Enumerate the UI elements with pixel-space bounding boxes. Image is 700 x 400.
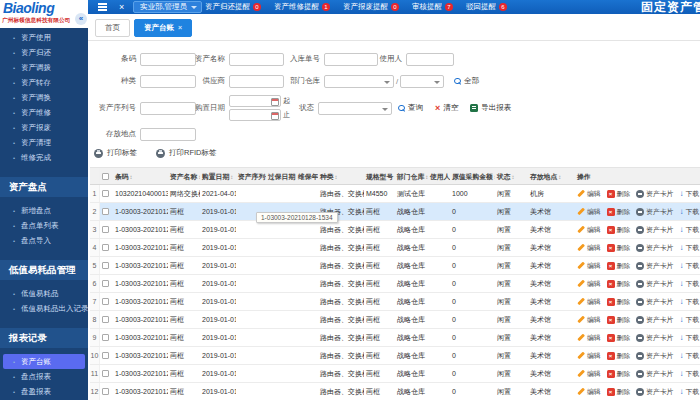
purchase-date-end-input[interactable] xyxy=(229,109,281,121)
action-下载[interactable]: ↓下载 xyxy=(679,185,699,202)
sidebar-item-资产报废[interactable]: •资产报废 xyxy=(0,120,88,135)
column-header-规格型号[interactable]: 规格型号↕ xyxy=(364,168,395,184)
query-button[interactable]: 查询 xyxy=(398,103,423,113)
sidebar-item-维修完成[interactable]: •维修完成 xyxy=(0,150,88,165)
column-header-使用人[interactable]: 使用人↕ xyxy=(428,168,450,184)
clear-button[interactable]: × 清空 xyxy=(435,103,458,113)
row-checkbox[interactable] xyxy=(102,226,109,233)
notification-item[interactable]: 驳回提醒6 xyxy=(466,2,507,12)
table-row[interactable]: 71-03003-20210128-15画框2019-01-01路由器、交换机画… xyxy=(90,293,700,311)
action-删除[interactable]: ×删除 xyxy=(607,221,631,238)
action-下载[interactable]: ↓下载 xyxy=(679,383,699,400)
column-header-操作[interactable]: 操作 xyxy=(575,168,700,184)
table-row[interactable]: 31-03003-20210128-15画框2019-01-01路由器、交换机画… xyxy=(90,221,700,239)
sidebar-item-资产台账[interactable]: •资产台账 xyxy=(3,354,85,369)
table-row[interactable]: 101-03003-20210128-15画框2019-01-01路由器、交换机… xyxy=(90,347,700,365)
sidebar-item-盘点单列表[interactable]: •盘点单列表 xyxy=(0,218,88,233)
action-删除[interactable]: ×删除 xyxy=(607,311,631,328)
sidebar-item-资产调拨[interactable]: •资产调拨 xyxy=(0,60,88,75)
sidebar-item-盘盈报表[interactable]: •盘盈报表 xyxy=(0,384,88,399)
sidebar-item-新增盘点[interactable]: •新增盘点 xyxy=(0,203,88,218)
action-资产卡片[interactable]: 资产卡片 xyxy=(636,383,673,400)
table-row[interactable]: 51-03003-20210128-15画框2019-01-01路由器、交换机画… xyxy=(90,257,700,275)
table-row[interactable]: 61-03003-20210128-15画框2019-01-01路由器、交换机画… xyxy=(90,275,700,293)
action-资产卡片[interactable]: 资产卡片 xyxy=(636,257,673,274)
column-header-原值采购金额[interactable]: 原值采购金额↕ xyxy=(450,168,495,184)
hamburger-menu-icon[interactable] xyxy=(98,3,107,11)
sidebar-item-低值易耗品出入记录[interactable]: •低值易耗品出入记录 xyxy=(0,301,88,316)
table-row[interactable]: 110320210400013网络交换机2021-04-01路由器、交换机M45… xyxy=(90,185,700,203)
row-checkbox[interactable] xyxy=(102,370,109,377)
action-下载[interactable]: ↓下载 xyxy=(679,293,699,310)
column-header-资产名称[interactable]: 资产名称↕ xyxy=(168,168,200,184)
sidebar-item-资产转存[interactable]: •资产转存 xyxy=(0,75,88,90)
inbound-no-input[interactable] xyxy=(324,53,378,66)
sidebar-item-盘点报表[interactable]: •盘点报表 xyxy=(0,369,88,384)
column-header-资产序列号[interactable]: 资产序列号↕ xyxy=(236,168,266,184)
department-select[interactable] xyxy=(324,75,394,88)
sidebar-item-资产使用[interactable]: •资产使用 xyxy=(0,30,88,45)
action-删除[interactable]: ×删除 xyxy=(607,185,631,202)
action-资产卡片[interactable]: 资产卡片 xyxy=(636,293,673,310)
sidebar-item-资产调换[interactable]: •资产调换 xyxy=(0,90,88,105)
action-编辑[interactable]: 编辑 xyxy=(577,275,601,292)
action-资产卡片[interactable]: 资产卡片 xyxy=(636,275,673,292)
print-label-button[interactable]: 打印标签 xyxy=(94,148,137,158)
row-checkbox[interactable] xyxy=(102,298,109,305)
action-资产卡片[interactable]: 资产卡片 xyxy=(636,203,673,220)
action-删除[interactable]: ×删除 xyxy=(607,383,631,400)
tab-首页[interactable]: 首页 xyxy=(95,19,130,37)
action-删除[interactable]: ×删除 xyxy=(607,275,631,292)
sidebar-item-资产清理[interactable]: •资产清理 xyxy=(0,135,88,150)
close-icon[interactable]: × xyxy=(119,0,124,14)
table-row[interactable]: 21-03003-20210128-15画框2019-01-01路由器、交换机画… xyxy=(90,203,700,221)
table-row[interactable]: 111-03003-20210128-15画框2019-01-01路由器、交换机… xyxy=(90,365,700,383)
purchase-date-start-input[interactable] xyxy=(229,95,281,107)
warehouse-select[interactable] xyxy=(400,75,444,88)
column-header-存放地点[interactable]: 存放地点↕ xyxy=(528,168,575,184)
sidebar-item-盘点导入[interactable]: •盘点导入 xyxy=(0,233,88,248)
calendar-icon[interactable] xyxy=(271,112,279,120)
table-row[interactable]: 41-03003-20210128-15画框2019-01-01路由器、交换机画… xyxy=(90,239,700,257)
action-编辑[interactable]: 编辑 xyxy=(577,347,601,364)
row-checkbox[interactable] xyxy=(102,262,109,269)
action-下载[interactable]: ↓下载 xyxy=(679,221,699,238)
action-删除[interactable]: ×删除 xyxy=(607,365,631,382)
sidebar-item-资产归还[interactable]: •资产归还 xyxy=(0,45,88,60)
column-header-过保日期[interactable]: 过保日期↕ xyxy=(266,168,296,184)
action-资产卡片[interactable]: 资产卡片 xyxy=(636,221,673,238)
table-row[interactable]: 91-03003-20210128-15画框2019-01-01路由器、交换机画… xyxy=(90,329,700,347)
action-下载[interactable]: ↓下载 xyxy=(679,239,699,256)
row-checkbox[interactable] xyxy=(102,244,109,251)
action-资产卡片[interactable]: 资产卡片 xyxy=(636,365,673,382)
column-header-维保年份[interactable]: 维保年份↕ xyxy=(296,168,318,184)
row-checkbox[interactable] xyxy=(102,352,109,359)
action-删除[interactable]: ×删除 xyxy=(607,239,631,256)
export-report-button[interactable]: 导出报表 xyxy=(470,103,511,113)
action-资产卡片[interactable]: 资产卡片 xyxy=(636,347,673,364)
action-编辑[interactable]: 编辑 xyxy=(577,203,601,220)
action-编辑[interactable]: 编辑 xyxy=(577,221,601,238)
supplier-input[interactable] xyxy=(229,75,284,88)
row-checkbox[interactable] xyxy=(102,208,109,215)
action-编辑[interactable]: 编辑 xyxy=(577,383,601,400)
action-删除[interactable]: ×删除 xyxy=(607,347,631,364)
status-select[interactable] xyxy=(318,102,392,115)
table-row[interactable]: 81-03003-20210128-15画框2019-01-01路由器、交换机画… xyxy=(90,311,700,329)
table-row[interactable]: 121-03003-20210128-15画框2019-01-01路由器、交换机… xyxy=(90,383,700,400)
action-删除[interactable]: ×删除 xyxy=(607,203,631,220)
action-编辑[interactable]: 编辑 xyxy=(577,257,601,274)
column-header-条码[interactable]: 条码↕ xyxy=(113,168,168,184)
action-资产卡片[interactable]: 资产卡片 xyxy=(636,329,673,346)
action-删除[interactable]: ×删除 xyxy=(607,329,631,346)
action-删除[interactable]: ×删除 xyxy=(607,293,631,310)
action-删除[interactable]: ×删除 xyxy=(607,257,631,274)
row-checkbox[interactable] xyxy=(102,316,109,323)
action-资产卡片[interactable]: 资产卡片 xyxy=(636,239,673,256)
barcode-input[interactable] xyxy=(140,53,196,66)
print-rfid-button[interactable]: 打印RFID标签 xyxy=(156,148,217,158)
action-编辑[interactable]: 编辑 xyxy=(577,365,601,382)
category-input[interactable] xyxy=(140,75,196,88)
row-checkbox[interactable] xyxy=(102,388,109,395)
column-header-状态[interactable]: 状态↕ xyxy=(495,168,528,184)
